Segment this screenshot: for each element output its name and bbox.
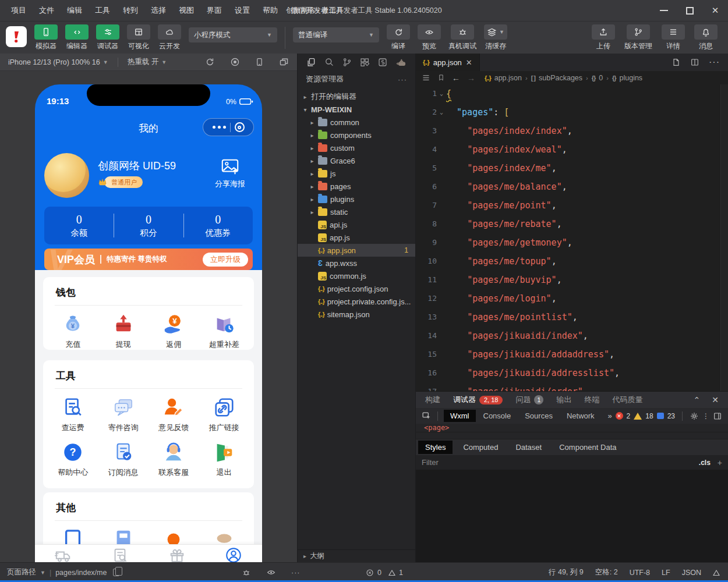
code-line[interactable]: 10 "pages/me/topup", xyxy=(416,252,728,271)
devtools-menu-icon[interactable]: ⋮ xyxy=(702,412,709,420)
tree-item-js[interactable]: ▸js xyxy=(298,167,415,180)
compile-mode-select[interactable]: 普通编译▼ xyxy=(293,27,379,42)
tree-item-sitemap.json[interactable]: {..}sitemap.json xyxy=(298,308,415,321)
avatar[interactable] xyxy=(44,153,89,198)
collapse-panel-icon[interactable]: ⌃ xyxy=(694,395,701,404)
debugger-tab-调试器[interactable]: 调试器2, 18 xyxy=(453,395,503,405)
refresh-icon[interactable] xyxy=(387,24,410,40)
code-line[interactable]: 15 "pages/jikuaidi/addaddress", xyxy=(416,345,728,364)
sliders-icon[interactable] xyxy=(96,24,119,40)
snippets-icon[interactable] xyxy=(377,57,388,68)
toolbar-消息[interactable]: 消息 xyxy=(694,24,718,51)
phone-icon[interactable] xyxy=(34,24,58,40)
close-button[interactable]: ✕ xyxy=(702,0,728,21)
code-line[interactable]: 1⌄{ xyxy=(416,84,728,103)
code-line[interactable]: 12 "pages/me/login", xyxy=(416,289,728,308)
tree-item-api.js[interactable]: JSapi.js xyxy=(298,218,415,231)
tree-item-common[interactable]: ▸common xyxy=(298,116,415,129)
upload-icon[interactable] xyxy=(592,24,615,40)
tree-item-project.config.json[interactable]: {..}project.config.json xyxy=(298,282,415,295)
tree-item-custom[interactable]: ▸custom xyxy=(298,141,415,154)
tree-item-app.wxss[interactable]: 3app.wxss xyxy=(298,257,415,269)
toolbar-调试器[interactable]: 调试器 xyxy=(96,24,119,51)
explorer-more-icon[interactable]: ··· xyxy=(398,75,407,84)
toolbar-编译[interactable]: 编译 xyxy=(387,24,410,51)
grid-item-partial[interactable] xyxy=(48,528,98,544)
cls-toggle[interactable]: .cls xyxy=(699,459,711,467)
debugger-tab-代码质量[interactable]: 代码质量 xyxy=(612,395,642,405)
tree-item-plugins[interactable]: ▸plugins xyxy=(298,193,415,205)
menu-项目[interactable]: 项目 xyxy=(6,3,31,18)
menu-帮助[interactable]: 帮助 xyxy=(257,3,283,18)
grid-item-退出[interactable]: 退出 xyxy=(199,441,250,478)
bug-icon[interactable] xyxy=(451,24,474,40)
bookmark-icon[interactable] xyxy=(437,73,445,82)
styles-tab-Computed[interactable]: Computed xyxy=(456,441,505,454)
menu-转到[interactable]: 转到 xyxy=(118,3,143,18)
nav-forward-icon[interactable]: → xyxy=(467,73,475,83)
styles-tab-Styles[interactable]: Styles xyxy=(418,441,453,454)
code-line[interactable]: 11 "pages/me/buyvip", xyxy=(416,271,728,289)
menu-文件[interactable]: 文件 xyxy=(34,3,59,18)
upgrade-button[interactable]: 立即升级 xyxy=(203,253,248,267)
code-line[interactable]: 13 "pages/me/pointlist", xyxy=(416,308,728,327)
layout-icon[interactable] xyxy=(127,24,150,40)
details-icon[interactable] xyxy=(662,24,685,40)
stat-积分[interactable]: 0积分 xyxy=(114,207,183,244)
debugger-tab-问题[interactable]: 问题1 xyxy=(515,395,543,405)
layers-icon[interactable]: ▼ xyxy=(484,24,507,40)
hot-reload-toggle[interactable]: 热重载 开▼ xyxy=(128,57,167,67)
capsule-menu[interactable] xyxy=(203,118,254,136)
code-line[interactable]: 17 "pages/jikuaidi/order", xyxy=(416,382,728,391)
tree-item-pages[interactable]: ▸pages xyxy=(298,180,415,193)
problems-summary[interactable]: 0 1 xyxy=(366,569,403,577)
cursor-position[interactable]: 行 49, 列 9 xyxy=(549,567,584,577)
minimize-capsule-icon[interactable] xyxy=(235,122,245,132)
devtools-tab-Sources[interactable]: Sources xyxy=(518,410,559,422)
stat-优惠券[interactable]: 0优惠券 xyxy=(183,207,253,244)
grid-item-partial[interactable] xyxy=(199,528,250,544)
new-rule-icon[interactable]: + xyxy=(718,458,722,467)
menu-视图[interactable]: 视图 xyxy=(174,3,199,18)
devtools-tab-Console[interactable]: Console xyxy=(477,410,518,422)
split-editor-icon[interactable] xyxy=(690,58,699,67)
code-line[interactable]: 4 "pages/index/weal", xyxy=(416,140,728,159)
maximize-button[interactable] xyxy=(677,0,702,21)
toolbar-版本管理[interactable]: 版本管理 xyxy=(624,24,652,51)
toolbar-详情[interactable]: 详情 xyxy=(662,24,685,51)
notifications-icon[interactable] xyxy=(713,570,720,576)
language-mode[interactable]: JSON xyxy=(682,569,701,577)
branch-icon[interactable] xyxy=(627,24,650,40)
grid-item-订阅消息[interactable]: 订阅消息 xyxy=(98,441,149,478)
more-tabs-icon[interactable]: » xyxy=(608,411,612,420)
code-line[interactable]: 7 "pages/me/point", xyxy=(416,196,728,215)
grid-item-意见反馈[interactable]: 意见反馈 xyxy=(149,396,199,433)
restart-icon[interactable] xyxy=(205,57,215,67)
code-line[interactable]: 5 "pages/index/me", xyxy=(416,159,728,178)
grid-item-超重补差[interactable]: 超重补差 xyxy=(199,313,250,350)
grid-item-充值[interactable]: ¥充值 xyxy=(48,313,98,350)
inspect-icon[interactable] xyxy=(422,411,432,421)
tabbar-item-查快递[interactable]: 查快递 xyxy=(92,545,149,562)
tree-item-components[interactable]: ▸components xyxy=(298,129,415,141)
mode-select[interactable]: 小程序模式▼ xyxy=(189,27,277,42)
grid-item-partial[interactable] xyxy=(98,528,149,544)
menu-微信开发者工具[interactable]: 微信开发者工具 xyxy=(285,3,349,18)
breadcrumb-item[interactable]: 0 xyxy=(599,74,603,82)
minimize-button[interactable] xyxy=(651,0,677,21)
fold-icon[interactable]: ⌄ xyxy=(437,84,446,103)
code-line[interactable]: 8 "pages/me/rebate", xyxy=(416,215,728,233)
vconsole-icon[interactable] xyxy=(242,568,251,577)
search-icon[interactable] xyxy=(324,57,334,68)
fold-icon[interactable]: ⌄ xyxy=(437,103,446,122)
devtools-settings-icon[interactable] xyxy=(690,411,699,421)
debugger-tab-输出[interactable]: 输出 xyxy=(556,395,571,405)
toolbar-编辑器[interactable]: 编辑器 xyxy=(65,24,89,51)
encoding[interactable]: UTF-8 xyxy=(630,569,650,577)
grid-item-寄件咨询[interactable]: 寄件咨询 xyxy=(98,396,149,433)
dock-side-icon[interactable] xyxy=(713,411,722,421)
tabbar-item-寄快递[interactable]: 寄快递 xyxy=(35,545,92,562)
grid-item-推广链接[interactable]: 推广链接 xyxy=(199,396,250,433)
devtools-tab-Network[interactable]: Network xyxy=(560,410,601,422)
grid-item-返佣[interactable]: ¥返佣 xyxy=(149,313,199,350)
